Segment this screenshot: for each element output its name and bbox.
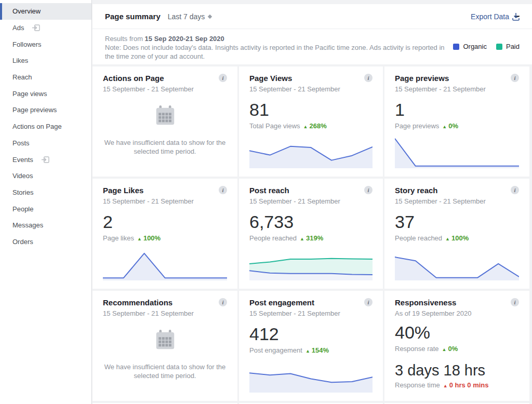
sparkline-chart (395, 136, 519, 168)
sparkline-chart (249, 248, 373, 280)
sidebar-item-messages[interactable]: Messages (0, 217, 91, 234)
sidebar-item-overview[interactable]: Overview (0, 3, 91, 20)
date-range-selector[interactable]: Last 7 days (168, 12, 212, 21)
info-icon[interactable]: i (364, 298, 373, 306)
up-triangle-icon: ▲ (305, 348, 310, 354)
metrics-card-grid: Actions on Page i 15 September - 21 Sept… (92, 66, 529, 404)
export-data-button[interactable]: Export Data (471, 12, 520, 21)
organic-swatch (453, 44, 459, 50)
card-date-range: 15 September - 21 September (249, 197, 373, 205)
results-prefix: Results from (105, 35, 143, 43)
info-icon[interactable]: i (511, 74, 519, 82)
card-page-views: Page Views i 15 September - 21 September… (239, 66, 383, 177)
card-title: Actions on Page (103, 74, 164, 83)
metric-value: 81 (249, 100, 373, 120)
info-icon[interactable]: i (364, 186, 373, 194)
sidebar-item-label: Stories (12, 188, 33, 196)
response-time-value: 3 days 18 hrs (395, 362, 519, 379)
delta-badge: ▲ 154% (305, 346, 329, 354)
metric-label: Response time (395, 381, 440, 389)
sidebar-item-label: Ads (12, 24, 24, 32)
sidebar-item-people[interactable]: People (0, 200, 91, 217)
delta-value: 319% (306, 234, 323, 242)
delta-value: 0 hrs 0 mins (449, 381, 489, 389)
calendar-icon (153, 328, 177, 352)
card-header: Page Views i (249, 74, 373, 83)
metric-label-row: People reached ▲ 319% (249, 234, 373, 242)
metric-label-row: Total Page views ▲ 268% (249, 122, 373, 130)
sidebar-item-label: Posts (12, 139, 30, 147)
sidebar-item-posts[interactable]: Posts (0, 135, 91, 152)
up-triangle-icon: ▲ (303, 124, 308, 129)
sidebar-item-stories[interactable]: Stories (0, 184, 91, 201)
info-icon[interactable]: i (219, 298, 227, 306)
legend-item-organic: Organic (453, 43, 487, 50)
card-title: Post reach (249, 186, 289, 195)
legend-item-paid: Paid (496, 43, 520, 50)
card-recommendations: Recommendations i 15 September - 21 Sept… (92, 291, 237, 401)
card-header: Post reach i (249, 186, 373, 195)
info-icon[interactable]: i (219, 74, 227, 82)
export-data-label: Export Data (471, 12, 509, 21)
metric-label-row: People reached ▲ 100% (395, 234, 519, 242)
insufficient-data-message: We have insufficient data to show for th… (104, 138, 227, 156)
sidebar-item-likes[interactable]: Likes (0, 52, 91, 69)
insights-sidebar: Overview Ads Followers Likes Reach Page … (0, 0, 92, 404)
results-note-section: Results from 15 Sep 2020-21 Sep 2020 Not… (92, 29, 532, 64)
delta-badge: ▲ 319% (300, 234, 323, 242)
info-icon[interactable]: i (511, 186, 519, 194)
sidebar-item-label: Messages (12, 221, 43, 229)
info-icon[interactable]: i (364, 74, 373, 82)
up-triangle-icon: ▲ (442, 124, 447, 129)
insufficient-data-message: We have insufficient data to show for th… (104, 362, 227, 380)
card-date-range: 15 September - 21 September (249, 309, 373, 317)
metric-value: 37 (395, 212, 519, 232)
delta-value: 154% (312, 346, 329, 354)
metric-value: 1 (395, 100, 519, 120)
sidebar-item-videos[interactable]: Videos (0, 168, 91, 184)
sidebar-item-label: Likes (12, 57, 28, 64)
sparkline-chart (249, 136, 373, 168)
sidebar-item-label: Overview (12, 7, 41, 15)
sidebar-item-reach[interactable]: Reach (0, 69, 91, 86)
card-actions-on-page: Actions on Page i 15 September - 21 Sept… (92, 66, 237, 177)
empty-state: We have insufficient data to show for th… (103, 93, 227, 168)
card-date-range: 15 September - 21 September (103, 197, 227, 205)
card-post-engagement: Post engagement i 15 September - 21 Sept… (239, 291, 383, 401)
sidebar-item-page-views[interactable]: Page views (0, 85, 91, 102)
sidebar-item-events[interactable]: Events (0, 151, 91, 168)
sidebar-item-actions-on-page[interactable]: Actions on Page (0, 118, 91, 135)
sidebar-item-orders[interactable]: Orders (0, 234, 91, 250)
metric-value: 6,733 (249, 212, 373, 232)
page-summary-header: Page summary Last 7 days Export Data (92, 4, 532, 29)
card-responsiveness: Responsiveness i As of 19 September 2020… (384, 291, 529, 401)
sidebar-item-ads[interactable]: Ads (0, 20, 91, 36)
legend-label: Paid (506, 43, 520, 50)
response-rate-value: 40% (395, 322, 519, 343)
card-page-likes: Page Likes i 15 September - 21 September… (92, 179, 237, 289)
results-date-range: 15 Sep 2020-21 Sep 2020 (145, 35, 224, 43)
sidebar-item-followers[interactable]: Followers (0, 36, 91, 52)
card-story-reach: Story reach i 15 September - 21 Septembe… (384, 179, 529, 289)
sidebar-item-label: Videos (12, 172, 33, 180)
empty-state: We have insufficient data to show for th… (103, 317, 227, 393)
info-icon[interactable]: i (511, 298, 519, 306)
card-title: Page Likes (103, 186, 143, 195)
info-icon[interactable]: i (219, 186, 227, 194)
card-header: Responsiveness i (395, 298, 519, 307)
card-date-range: 15 September - 21 September (103, 85, 227, 93)
sidebar-item-page-previews[interactable]: Page previews (0, 102, 91, 118)
metric-label: Page likes (103, 234, 134, 242)
card-date-range: 15 September - 21 September (395, 197, 519, 205)
card-date-range: 15 September - 21 September (103, 309, 227, 317)
results-note-text: Results from 15 Sep 2020-21 Sep 2020 Not… (105, 34, 453, 61)
card-header: Page Likes i (103, 186, 227, 195)
metric-value: 412 (249, 324, 373, 344)
page-title: Page summary (105, 12, 161, 21)
card-date-range: 15 September - 21 September (249, 85, 373, 93)
metric-value: 2 (103, 212, 227, 232)
delta-badge: ▲ 100% (137, 234, 161, 242)
main-content: Page summary Last 7 days Export Data Res… (92, 0, 532, 404)
delta-value: 0% (448, 345, 458, 353)
metric-label: Response rate (395, 345, 439, 353)
